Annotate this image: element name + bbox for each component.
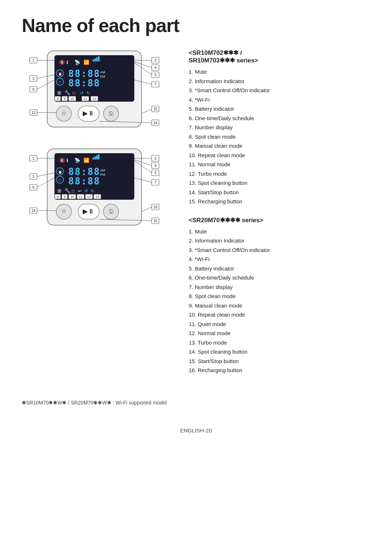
svg-text:📶: 📶 xyxy=(83,59,90,65)
svg-text:🔧: 🔧 xyxy=(65,188,71,194)
svg-text:⏰: ⏰ xyxy=(58,170,62,174)
svg-text:↻: ↻ xyxy=(91,188,94,194)
svg-text:⊞: ⊞ xyxy=(57,188,61,194)
svg-text:88:88: 88:88 xyxy=(68,176,100,187)
svg-text:12: 12 xyxy=(93,97,96,101)
svg-text:⏱: ⏱ xyxy=(58,81,61,84)
svg-rect-79 xyxy=(98,154,99,159)
svg-text:11: 11 xyxy=(79,195,82,199)
svg-text:🏠: 🏠 xyxy=(109,208,114,214)
svg-text:📡: 📡 xyxy=(74,59,81,65)
svg-line-66 xyxy=(142,109,152,114)
series1-list: 1. Mute2. Information Indicator3. *Smart… xyxy=(189,67,370,206)
svg-rect-9 xyxy=(98,56,99,61)
svg-text:7: 7 xyxy=(154,180,156,184)
svg-text:ℹ: ℹ xyxy=(66,158,68,163)
list-item: 6. One-time/Daily schedule xyxy=(189,273,370,282)
svg-text:9: 9 xyxy=(64,195,65,199)
svg-text:AM: AM xyxy=(100,168,105,172)
svg-text:14: 14 xyxy=(153,121,158,125)
list-item: 4. *Wi-Fi xyxy=(189,95,370,105)
svg-text:🔇: 🔇 xyxy=(59,157,65,163)
svg-text:□: □ xyxy=(72,188,74,194)
series2-section: <SR20M70✱✱✱✱ series> 1. Mute2. Informati… xyxy=(189,216,370,375)
svg-text:15: 15 xyxy=(153,107,158,111)
svg-rect-7 xyxy=(94,58,96,61)
svg-text:13: 13 xyxy=(95,195,99,199)
list-item: 16. Recharging button xyxy=(189,366,370,375)
list-item: 5. Battery indicator xyxy=(189,104,370,114)
svg-text:88:88: 88:88 xyxy=(68,78,100,89)
svg-text:4: 4 xyxy=(154,164,156,168)
svg-text:↺: ↺ xyxy=(84,188,88,194)
svg-rect-78 xyxy=(96,155,98,159)
list-item: 11. Quiet mode xyxy=(189,320,370,329)
svg-text:1: 1 xyxy=(32,156,34,160)
svg-text:1: 1 xyxy=(32,58,34,62)
list-item: 7. Number display xyxy=(189,282,370,292)
svg-text:⊡: ⊡ xyxy=(62,111,66,116)
list-item: 8. Spot clean mode xyxy=(189,132,370,142)
list-item: 13. Spot cleaning button xyxy=(189,178,370,188)
list-item: 1. Mute xyxy=(189,227,370,236)
svg-text:15: 15 xyxy=(153,219,158,223)
list-item: 7. Number display xyxy=(189,123,370,132)
svg-text:8: 8 xyxy=(57,195,58,199)
svg-text:📡: 📡 xyxy=(74,157,81,163)
series2-title: <SR20M70✱✱✱✱ series> xyxy=(189,216,370,224)
svg-text:AM: AM xyxy=(100,70,105,74)
list-item: 2. Information Indicator xyxy=(189,236,370,245)
svg-rect-8 xyxy=(96,57,98,61)
svg-text:3: 3 xyxy=(154,156,156,160)
svg-text:ℹ: ℹ xyxy=(66,60,68,65)
svg-text:14: 14 xyxy=(31,209,36,213)
svg-line-138 xyxy=(142,207,152,212)
page-title: Name of each part xyxy=(22,15,370,36)
list-item: 14. Start/Stop button xyxy=(189,188,370,197)
series1-section: <SR10M702✱✱✱ /SR10M703✱✱✱ series> 1. Mut… xyxy=(189,49,370,206)
svg-text:10: 10 xyxy=(70,97,74,101)
list-item: 11. Normal mode xyxy=(189,160,370,169)
diagram-1: 🔇 ℹ 📡 📶 ⏰ ⏱ 88:88 xyxy=(22,47,174,138)
svg-rect-77 xyxy=(94,156,96,159)
page-footer: ENGLISH-20 xyxy=(22,427,370,434)
list-item: 3. *Smart Control Off/On indicator xyxy=(189,86,370,95)
svg-text:6: 6 xyxy=(32,88,34,91)
svg-text:8: 8 xyxy=(57,97,58,101)
svg-rect-6 xyxy=(93,60,94,61)
svg-text:16: 16 xyxy=(153,205,158,209)
list-item: 3. *Smart Control Off/On indicator xyxy=(189,245,370,255)
svg-text:12: 12 xyxy=(87,195,91,199)
lists-column: <SR10M702✱✱✱ /SR10M703✱✱✱ series> 1. Mut… xyxy=(189,47,370,385)
list-item: 9. Manual clean mode xyxy=(189,301,370,310)
svg-text:7: 7 xyxy=(154,82,156,86)
svg-text:⊡: ⊡ xyxy=(62,209,66,214)
footer-text: ENGLISH-20 xyxy=(180,427,212,434)
list-item: 6. One-time/Daily schedule xyxy=(189,114,370,123)
list-item: 2. Information Indicator xyxy=(189,77,370,86)
svg-rect-10 xyxy=(100,60,101,61)
svg-text:13: 13 xyxy=(31,111,36,115)
svg-text:5: 5 xyxy=(154,73,156,77)
list-item: 12. Turbo mode xyxy=(189,169,370,179)
main-content: 🔇 ℹ 📡 📶 ⏰ ⏱ 88:88 xyxy=(22,47,370,385)
list-item: 4. *Wi-Fi xyxy=(189,255,370,264)
svg-text:5: 5 xyxy=(154,171,156,175)
list-item: 13. Turbo mode xyxy=(189,338,370,347)
svg-text:4: 4 xyxy=(154,66,156,70)
svg-text:🔧: 🔧 xyxy=(65,90,71,96)
diagram-2: 🔇 ℹ 📡 📶 ⏰ ⏱ 88:88 AM PM 88:88 ⊞ xyxy=(22,145,174,240)
svg-text:⏱: ⏱ xyxy=(58,179,61,182)
svg-rect-76 xyxy=(93,158,94,159)
series2-list: 1. Mute2. Information Indicator3. *Smart… xyxy=(189,227,370,375)
svg-text:6: 6 xyxy=(32,186,34,190)
svg-text:📶: 📶 xyxy=(83,157,90,163)
svg-text:3: 3 xyxy=(154,58,156,62)
list-item: 9. Manual clean mode xyxy=(189,141,370,151)
list-item: 5. Battery indicator xyxy=(189,264,370,273)
svg-text:↺: ↺ xyxy=(80,90,83,95)
svg-text:↻: ↻ xyxy=(86,90,90,95)
svg-text:PM: PM xyxy=(100,173,105,176)
list-item: 10. Repeat clean mode xyxy=(189,310,370,320)
list-item: 1. Mute xyxy=(189,67,370,77)
